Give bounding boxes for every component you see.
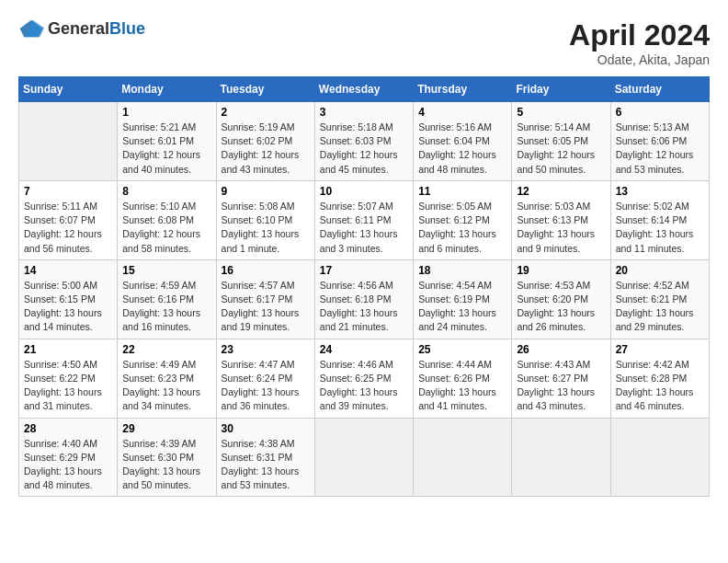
day-number: 21 xyxy=(24,343,112,356)
day-number: 10 xyxy=(320,185,408,198)
day-info: Sunrise: 4:57 AMSunset: 6:17 PMDaylight:… xyxy=(222,279,310,335)
calendar-cell: 15Sunrise: 4:59 AMSunset: 6:16 PMDayligh… xyxy=(118,259,216,339)
header-tuesday: Tuesday xyxy=(216,77,314,102)
page-subtitle: Odate, Akita, Japan xyxy=(569,52,710,67)
day-number: 15 xyxy=(122,264,210,277)
header-sunday: Sunday xyxy=(19,77,118,102)
day-info: Sunrise: 4:56 AMSunset: 6:18 PMDaylight:… xyxy=(320,279,408,335)
header-row: SundayMondayTuesdayWednesdayThursdayFrid… xyxy=(19,77,710,102)
calendar-cell: 25Sunrise: 4:44 AMSunset: 6:26 PMDayligh… xyxy=(414,339,512,418)
day-number: 25 xyxy=(418,343,506,356)
calendar-cell: 16Sunrise: 4:57 AMSunset: 6:17 PMDayligh… xyxy=(216,259,314,339)
day-number: 28 xyxy=(24,422,112,435)
calendar-cell xyxy=(314,418,413,497)
calendar-cell: 9Sunrise: 5:08 AMSunset: 6:10 PMDaylight… xyxy=(216,180,314,259)
week-row-2: 7Sunrise: 5:11 AMSunset: 6:07 PMDaylight… xyxy=(19,180,710,259)
calendar-cell: 8Sunrise: 5:10 AMSunset: 6:08 PMDaylight… xyxy=(118,180,216,259)
day-info: Sunrise: 5:19 AMSunset: 6:02 PMDaylight:… xyxy=(222,121,310,177)
day-info: Sunrise: 5:03 AMSunset: 6:13 PMDaylight:… xyxy=(517,200,605,256)
day-number: 23 xyxy=(222,343,310,356)
calendar-cell: 12Sunrise: 5:03 AMSunset: 6:13 PMDayligh… xyxy=(512,180,610,259)
calendar-cell: 24Sunrise: 4:46 AMSunset: 6:25 PMDayligh… xyxy=(314,339,413,418)
day-info: Sunrise: 4:59 AMSunset: 6:16 PMDaylight:… xyxy=(122,279,210,335)
day-info: Sunrise: 4:47 AMSunset: 6:24 PMDaylight:… xyxy=(222,358,310,414)
day-number: 22 xyxy=(122,343,210,356)
day-info: Sunrise: 5:21 AMSunset: 6:01 PMDaylight:… xyxy=(122,121,210,177)
week-row-5: 28Sunrise: 4:40 AMSunset: 6:29 PMDayligh… xyxy=(19,418,710,497)
calendar-cell: 5Sunrise: 5:14 AMSunset: 6:05 PMDaylight… xyxy=(512,102,610,181)
calendar-cell: 26Sunrise: 4:43 AMSunset: 6:27 PMDayligh… xyxy=(512,339,610,418)
day-info: Sunrise: 4:39 AMSunset: 6:30 PMDaylight:… xyxy=(122,437,210,493)
calendar-cell: 27Sunrise: 4:42 AMSunset: 6:28 PMDayligh… xyxy=(610,339,709,418)
day-info: Sunrise: 5:00 AMSunset: 6:15 PMDaylight:… xyxy=(24,279,112,335)
day-number: 5 xyxy=(517,106,605,119)
day-number: 16 xyxy=(222,264,310,277)
day-number: 7 xyxy=(24,185,112,198)
title-block: April 2024 Odate, Akita, Japan xyxy=(569,18,710,67)
calendar-cell: 4Sunrise: 5:16 AMSunset: 6:04 PMDaylight… xyxy=(414,102,512,181)
logo-blue-text: Blue xyxy=(109,19,145,38)
day-info: Sunrise: 4:42 AMSunset: 6:28 PMDaylight:… xyxy=(616,358,704,414)
calendar-cell: 2Sunrise: 5:19 AMSunset: 6:02 PMDaylight… xyxy=(216,102,314,181)
calendar-cell: 21Sunrise: 4:50 AMSunset: 6:22 PMDayligh… xyxy=(19,339,118,418)
day-info: Sunrise: 5:05 AMSunset: 6:12 PMDaylight:… xyxy=(418,200,506,256)
logo-icon xyxy=(18,18,44,39)
day-number: 30 xyxy=(222,422,310,435)
calendar-cell: 18Sunrise: 4:54 AMSunset: 6:19 PMDayligh… xyxy=(414,259,512,339)
calendar-cell: 1Sunrise: 5:21 AMSunset: 6:01 PMDaylight… xyxy=(118,102,216,181)
header-wednesday: Wednesday xyxy=(314,77,413,102)
day-info: Sunrise: 4:43 AMSunset: 6:27 PMDaylight:… xyxy=(517,358,605,414)
day-number: 8 xyxy=(122,185,210,198)
day-number: 6 xyxy=(616,106,704,119)
calendar-cell: 6Sunrise: 5:13 AMSunset: 6:06 PMDaylight… xyxy=(610,102,709,181)
day-info: Sunrise: 5:11 AMSunset: 6:07 PMDaylight:… xyxy=(24,200,112,256)
day-number: 14 xyxy=(24,264,112,277)
header-saturday: Saturday xyxy=(610,77,709,102)
day-number: 20 xyxy=(616,264,704,277)
day-number: 1 xyxy=(122,106,210,119)
calendar-cell xyxy=(610,418,709,497)
calendar-cell: 3Sunrise: 5:18 AMSunset: 6:03 PMDaylight… xyxy=(314,102,413,181)
calendar-cell: 20Sunrise: 4:52 AMSunset: 6:21 PMDayligh… xyxy=(610,259,709,339)
calendar-table: SundayMondayTuesdayWednesdayThursdayFrid… xyxy=(18,76,710,497)
day-number: 13 xyxy=(616,185,704,198)
day-info: Sunrise: 5:02 AMSunset: 6:14 PMDaylight:… xyxy=(616,200,704,256)
header-friday: Friday xyxy=(512,77,610,102)
calendar-cell: 14Sunrise: 5:00 AMSunset: 6:15 PMDayligh… xyxy=(19,259,118,339)
day-number: 17 xyxy=(320,264,408,277)
day-info: Sunrise: 5:18 AMSunset: 6:03 PMDaylight:… xyxy=(320,121,408,177)
week-row-1: 1Sunrise: 5:21 AMSunset: 6:01 PMDaylight… xyxy=(19,102,710,181)
calendar-cell: 28Sunrise: 4:40 AMSunset: 6:29 PMDayligh… xyxy=(19,418,118,497)
day-info: Sunrise: 5:10 AMSunset: 6:08 PMDaylight:… xyxy=(122,200,210,256)
day-info: Sunrise: 5:13 AMSunset: 6:06 PMDaylight:… xyxy=(616,121,704,177)
calendar-cell: 19Sunrise: 4:53 AMSunset: 6:20 PMDayligh… xyxy=(512,259,610,339)
page-header: GeneralBlue April 2024 Odate, Akita, Jap… xyxy=(18,18,710,67)
calendar-cell: 22Sunrise: 4:49 AMSunset: 6:23 PMDayligh… xyxy=(118,339,216,418)
day-number: 19 xyxy=(517,264,605,277)
calendar-cell: 11Sunrise: 5:05 AMSunset: 6:12 PMDayligh… xyxy=(414,180,512,259)
day-info: Sunrise: 4:49 AMSunset: 6:23 PMDaylight:… xyxy=(122,358,210,414)
day-number: 11 xyxy=(418,185,506,198)
day-number: 29 xyxy=(122,422,210,435)
day-number: 9 xyxy=(222,185,310,198)
calendar-cell: 13Sunrise: 5:02 AMSunset: 6:14 PMDayligh… xyxy=(610,180,709,259)
day-info: Sunrise: 4:46 AMSunset: 6:25 PMDaylight:… xyxy=(320,358,408,414)
day-number: 2 xyxy=(222,106,310,119)
calendar-cell: 23Sunrise: 4:47 AMSunset: 6:24 PMDayligh… xyxy=(216,339,314,418)
page-title: April 2024 xyxy=(569,18,710,52)
day-number: 4 xyxy=(418,106,506,119)
day-number: 27 xyxy=(616,343,704,356)
day-info: Sunrise: 5:14 AMSunset: 6:05 PMDaylight:… xyxy=(517,121,605,177)
calendar-cell: 7Sunrise: 5:11 AMSunset: 6:07 PMDaylight… xyxy=(19,180,118,259)
day-number: 26 xyxy=(517,343,605,356)
calendar-cell: 30Sunrise: 4:38 AMSunset: 6:31 PMDayligh… xyxy=(216,418,314,497)
day-number: 18 xyxy=(418,264,506,277)
day-number: 12 xyxy=(517,185,605,198)
calendar-cell xyxy=(414,418,512,497)
day-info: Sunrise: 4:53 AMSunset: 6:20 PMDaylight:… xyxy=(517,279,605,335)
logo: GeneralBlue xyxy=(18,18,145,39)
day-info: Sunrise: 4:40 AMSunset: 6:29 PMDaylight:… xyxy=(24,437,112,493)
day-info: Sunrise: 5:08 AMSunset: 6:10 PMDaylight:… xyxy=(222,200,310,256)
day-info: Sunrise: 5:16 AMSunset: 6:04 PMDaylight:… xyxy=(418,121,506,177)
calendar-cell: 10Sunrise: 5:07 AMSunset: 6:11 PMDayligh… xyxy=(314,180,413,259)
